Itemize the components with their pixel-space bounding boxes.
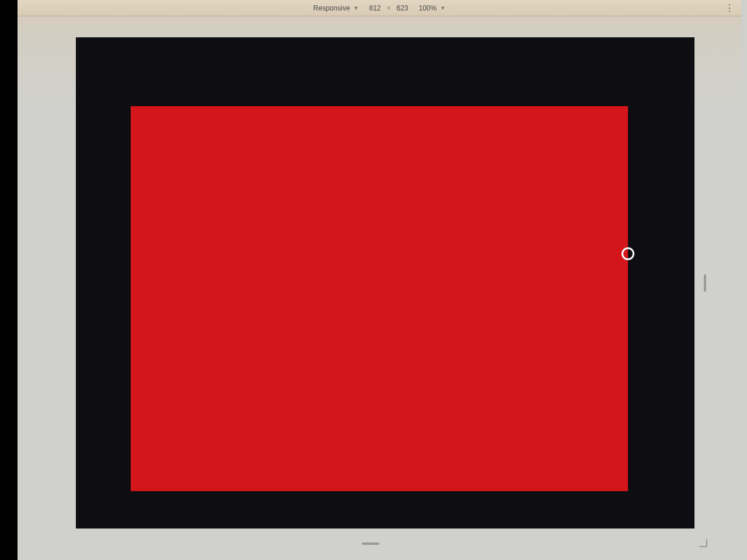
viewport-height-input[interactable]: 623	[395, 4, 411, 12]
chevron-down-icon: ▼	[440, 5, 445, 11]
chevron-down-icon: ▼	[354, 5, 359, 11]
device-selector[interactable]: Responsive ▼	[313, 4, 359, 12]
resize-handle-right[interactable]	[622, 247, 634, 260]
devtools-window: Responsive ▼ 812 × 623 100% ▼ ⋮	[18, 0, 741, 560]
window-left-bezel	[0, 0, 18, 560]
panel-resize-handle-corner[interactable]	[699, 539, 707, 547]
dimension-separator: ×	[386, 4, 390, 12]
panel-resize-handle-bottom[interactable]	[362, 542, 379, 545]
rendered-page[interactable]	[131, 106, 628, 491]
viewport-dimensions: 812 × 623	[366, 4, 410, 12]
responsive-mode-toolbar: Responsive ▼ 812 × 623 100% ▼ ⋮	[18, 0, 741, 16]
zoom-selector[interactable]: 100% ▼	[419, 4, 446, 12]
device-selector-label: Responsive	[313, 4, 350, 12]
zoom-level-label: 100%	[419, 4, 437, 12]
panel-resize-handle-right[interactable]	[704, 274, 706, 292]
device-frame	[76, 37, 694, 528]
more-options-button[interactable]: ⋮	[725, 2, 735, 13]
viewport-width-input[interactable]: 812	[366, 4, 383, 12]
